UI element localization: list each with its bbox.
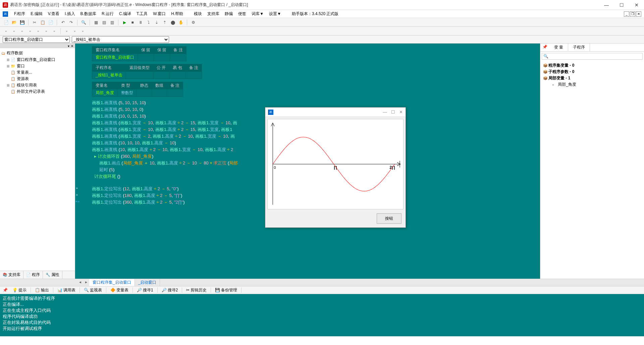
output-tab[interactable]: 📋输出 <box>32 287 52 294</box>
tree-item[interactable]: ⊞📋模块引用表 <box>1 82 73 88</box>
maximize-button[interactable]: ☐ <box>617 1 627 9</box>
tree-item[interactable]: 📋常量表... <box>1 69 73 76</box>
redo-icon[interactable]: ↷ <box>68 19 74 26</box>
tree-item[interactable]: ⊞📄窗口程序集_启动窗口 <box>1 57 73 63</box>
paste-icon[interactable]: 📄 <box>47 19 54 26</box>
app-run-button[interactable]: 按钮 <box>377 213 401 224</box>
output-tab[interactable]: 📊调用表 <box>55 287 78 294</box>
find-icon[interactable]: 🔍 <box>80 19 87 26</box>
copy-icon[interactable]: 📋 <box>39 19 46 26</box>
app-min-button[interactable]: — <box>383 110 387 115</box>
tb2-icon-9[interactable]: ▫ <box>71 28 78 34</box>
menu-help[interactable]: H.帮助 <box>168 11 186 17</box>
var-tree-row[interactable]: ▫局部_角度 <box>543 81 641 88</box>
menu-edit[interactable]: E.编辑 <box>28 11 45 17</box>
output-tab[interactable]: ✂剪辑历史 <box>183 287 209 294</box>
expander-icon[interactable]: ⊞ <box>7 58 11 62</box>
menu-tools[interactable]: T.工具 <box>134 11 150 17</box>
tb2-icon-6[interactable]: ▫ <box>43 28 50 34</box>
step-into-icon[interactable]: ⇣ <box>153 19 160 26</box>
output-tab[interactable]: 💾备份管理 <box>212 287 240 294</box>
menu-module[interactable]: 模块 <box>191 11 205 17</box>
output-tab[interactable]: 🔍监视表 <box>81 287 105 294</box>
mdi-close-button[interactable]: ✕ <box>636 11 641 17</box>
editor-tab-2[interactable]: _启动窗口 <box>135 279 160 286</box>
output-tab[interactable]: 🔎搜寻1 <box>134 287 156 294</box>
var-tree[interactable]: 📦程序集变量 - 0📦子程序参数 - 0📦局部变量 - 1▫局部_角度 <box>540 61 644 89</box>
cut-icon[interactable]: ✂ <box>31 19 38 26</box>
var-tree-row[interactable]: 📦子程序参数 - 0 <box>543 69 641 75</box>
app-close-button[interactable]: ✕ <box>399 110 403 115</box>
tab-supportlib[interactable]: 📚支持库 <box>0 271 23 279</box>
save-file-icon[interactable]: 💾 <box>19 19 25 26</box>
menu-run[interactable]: R.运行 <box>99 11 116 17</box>
mdi-min-button[interactable]: _ <box>624 11 629 17</box>
tb2-icon-5[interactable]: ▫ <box>35 28 42 34</box>
tree-root[interactable]: 🗂 程序数据 <box>1 50 73 57</box>
run-icon[interactable]: ▶ <box>121 19 128 26</box>
menu-insert[interactable]: I.插入 <box>62 11 78 17</box>
tab-variables[interactable]: 变 量 <box>549 44 568 51</box>
mdi-restore-button[interactable]: ❐ <box>630 11 635 17</box>
stop-icon[interactable]: ■ <box>129 19 136 26</box>
tb2-icon-2[interactable]: ▫ <box>11 28 17 34</box>
menu-dict[interactable]: 词库▼ <box>249 11 266 17</box>
new-file-icon[interactable]: 📄 <box>3 19 9 26</box>
panel-close-icon[interactable]: ✕ <box>71 44 73 48</box>
tree-item[interactable]: 📋资源表 <box>1 76 73 82</box>
var-tree-row[interactable]: 📦局部变量 - 1 <box>543 75 641 81</box>
tab-subs[interactable]: 子程序 <box>568 44 590 51</box>
menu-settings[interactable]: 设置▼ <box>266 11 284 17</box>
tab-program[interactable]: 📄程序 <box>23 271 43 279</box>
menu-view[interactable]: V.查看 <box>45 11 62 17</box>
tb2-icon-1[interactable]: ▫ <box>3 28 9 34</box>
tree-item[interactable]: 📋外部文件记录表 <box>1 88 73 95</box>
tab-nav-next[interactable]: ▸ <box>83 279 89 286</box>
debug-settings-icon[interactable]: ⚙ <box>190 19 197 26</box>
menu-database[interactable]: B.数据库 <box>78 11 99 17</box>
tab-props[interactable]: 🔧属性 <box>43 271 62 279</box>
menu-static[interactable]: 静编 <box>222 11 235 17</box>
project-tree[interactable]: 🗂 程序数据 ⊞📄窗口程序集_启动窗口⊞📁窗口📋常量表...📋资源表⊞📋模块引用… <box>0 48 75 271</box>
minimize-button[interactable]: — <box>601 1 611 9</box>
tab-nav-prev[interactable]: ◂ <box>77 279 83 286</box>
layout3-icon[interactable]: ▥ <box>109 19 115 26</box>
app-window-titlebar[interactable]: 易 — ☐ ✕ <box>265 108 406 117</box>
expander-icon[interactable]: ⊞ <box>7 64 11 68</box>
pin-icon[interactable]: 📌 <box>540 44 549 51</box>
menu-note[interactable]: 便签 <box>235 11 249 17</box>
tb2-icon-7[interactable]: ▫ <box>51 28 58 34</box>
var-tree-row[interactable]: 📦程序集变量 - 0 <box>543 62 641 69</box>
layout1-icon[interactable]: ▦ <box>93 19 99 26</box>
layout2-icon[interactable]: ▤ <box>101 19 107 26</box>
menu-window[interactable]: W.窗口 <box>150 11 168 17</box>
panel-dropdown-icon[interactable]: ▾ <box>68 44 69 48</box>
tree-item[interactable]: ⊞📁窗口 <box>1 63 73 69</box>
tb2-icon-10[interactable]: ▫ <box>79 28 86 34</box>
output-tab[interactable]: 🔶变量表 <box>108 287 131 294</box>
output-tab[interactable]: 🔎搜寻2 <box>159 287 181 294</box>
tb2-icon-8[interactable]: ▫ <box>63 28 70 34</box>
tb2-icon-3[interactable]: ▫ <box>19 28 25 34</box>
open-file-icon[interactable]: 📂 <box>11 19 17 26</box>
assembly-selector[interactable]: 窗口程序集_启动窗口 <box>3 36 70 43</box>
undo-icon[interactable]: ↶ <box>60 19 66 26</box>
output-tab[interactable]: 💡提示 <box>10 287 29 294</box>
cursor-icon[interactable]: ✋ <box>177 19 184 26</box>
app-max-button[interactable]: ☐ <box>391 110 395 115</box>
output-console[interactable]: 正在统计需要编译的子程序正在编译...正在生成主程序入口代码程序代码编译成功正在… <box>0 294 644 336</box>
tb2-icon-4[interactable]: ▫ <box>27 28 34 34</box>
step-over-icon[interactable]: ⤵ <box>145 19 152 26</box>
menu-compile[interactable]: C.编译 <box>116 11 134 17</box>
breakpoint-icon[interactable]: ⬤ <box>169 19 176 26</box>
menu-supportlib[interactable]: 支持库 <box>205 11 222 17</box>
pause-icon[interactable]: ⏸ <box>137 19 144 26</box>
step-out-icon[interactable]: ⇡ <box>161 19 168 26</box>
running-app-window[interactable]: 易 — ☐ ✕ 0 ∏ 2∏ 按钮 <box>265 107 406 228</box>
menu-program[interactable]: F.程序 <box>11 11 28 17</box>
var-search-input[interactable] <box>542 53 643 60</box>
editor-tab-1[interactable]: 窗口程序集_启动窗口 <box>89 279 135 286</box>
expander-icon[interactable]: ⊞ <box>7 83 11 87</box>
output-pin-icon[interactable]: 📌 <box>1 287 9 293</box>
close-button[interactable]: ✕ <box>632 1 641 9</box>
